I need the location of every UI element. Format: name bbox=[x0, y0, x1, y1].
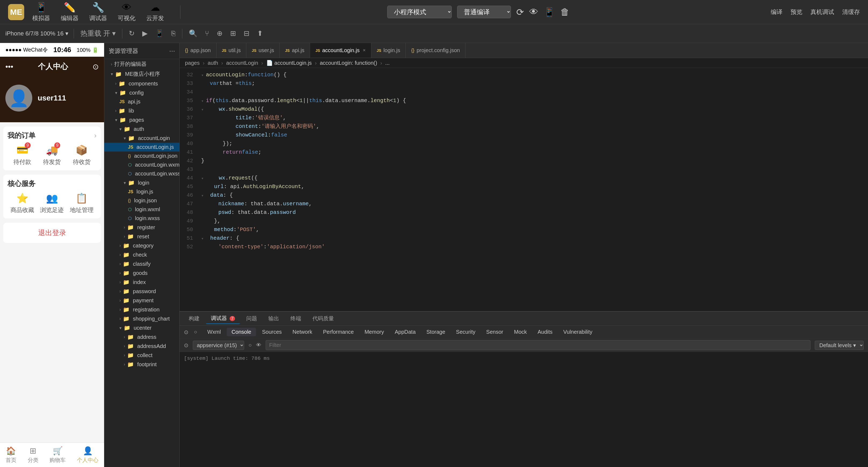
tree-login[interactable]: ▾ 📁 login bbox=[104, 178, 179, 187]
refresh-btn[interactable]: ↻ bbox=[128, 28, 136, 39]
phone-tab-profile[interactable]: 👤 个人中心 bbox=[77, 446, 98, 464]
phone-service-item-1[interactable]: 👥 浏览足迹 bbox=[40, 193, 64, 214]
translate-select[interactable]: 普通编译 自定义编译 bbox=[457, 6, 511, 18]
tree-pages[interactable]: ▾ 📁 pages bbox=[104, 115, 179, 124]
debug-main-tab-audits[interactable]: Audits bbox=[533, 328, 557, 336]
tree-accountlogin-json[interactable]: {} accountLogin.json bbox=[104, 152, 179, 160]
preview-btn[interactable]: 👁 bbox=[529, 7, 538, 17]
tree-goods[interactable]: › 📁 goods bbox=[104, 268, 179, 277]
translate-btn[interactable]: 编译 bbox=[771, 8, 782, 16]
tree-components[interactable]: › 📁 components bbox=[104, 79, 179, 88]
toolbar-editor[interactable]: ✏️ 编辑器 bbox=[61, 2, 79, 22]
project-root[interactable]: ▾ 📁 ME微店小程序 bbox=[104, 69, 179, 79]
compile-btn[interactable]: ⟳ bbox=[516, 7, 524, 18]
branch-btn[interactable]: ⑂ bbox=[204, 28, 210, 39]
tab-user-js[interactable]: JS user.js bbox=[246, 43, 280, 58]
phone-logout-btn[interactable]: 退出登录 bbox=[3, 223, 101, 243]
tree-accountlogin-wxml[interactable]: ⬡ accountLogin.wxml bbox=[104, 160, 179, 169]
clear-cache-right-btn[interactable]: 清缓存 bbox=[842, 8, 860, 16]
split-btn[interactable]: ⊟ bbox=[243, 28, 251, 39]
search-btn[interactable]: 🔍 bbox=[188, 28, 198, 39]
tree-register[interactable]: › 📁 register bbox=[104, 223, 179, 232]
tree-footprint[interactable]: › 📁 footprint bbox=[104, 360, 179, 369]
toolbar-debugger[interactable]: 🔧 调试器 bbox=[89, 2, 107, 22]
phone-tab-cart[interactable]: 🛒 购物车 bbox=[50, 446, 66, 464]
debug-level-select[interactable]: Default levels ▾ bbox=[815, 341, 864, 350]
preview-right-btn[interactable]: 预览 bbox=[790, 8, 802, 16]
phone-order-item-1[interactable]: 🚚 9 待发货 bbox=[43, 144, 61, 166]
merge-btn[interactable]: ⊕ bbox=[216, 28, 224, 39]
play-btn[interactable]: ▶ bbox=[141, 28, 149, 39]
tree-password[interactable]: › 📁 password bbox=[104, 287, 179, 296]
debug-toggle-icon[interactable]: ⊙ bbox=[184, 329, 188, 335]
tree-address-add[interactable]: › 📁 addressAdd bbox=[104, 341, 179, 351]
phone-orders-arrow[interactable]: › bbox=[94, 131, 96, 140]
tab-accountlogin-js[interactable]: JS accountLogin.js × bbox=[310, 43, 371, 58]
tree-accountlogin[interactable]: ▾ 📁 accountLogin bbox=[104, 134, 179, 143]
copy-btn[interactable]: ⎘ bbox=[170, 28, 177, 39]
appservice-select[interactable]: appservice (#15) bbox=[193, 341, 244, 350]
open-editors-section[interactable]: › 打开的编辑器 bbox=[104, 59, 179, 69]
explorer-more-btn[interactable]: ··· bbox=[169, 47, 175, 55]
debug-tab-output[interactable]: 输出 bbox=[264, 313, 284, 324]
tree-registration[interactable]: › 📁 registration bbox=[104, 305, 179, 314]
device-btn[interactable]: 📱 bbox=[154, 28, 165, 39]
debug-main-tab-appdata[interactable]: AppData bbox=[390, 328, 421, 336]
tree-category[interactable]: › 📁 category bbox=[104, 241, 179, 250]
mode-select[interactable]: 小程序模式 插件模式 bbox=[387, 6, 452, 18]
debug-main-tab-network[interactable]: Network bbox=[288, 328, 317, 336]
upload-btn[interactable]: ⬆ bbox=[256, 28, 264, 39]
device-info[interactable]: iPhone 6/7/8 100% 16 ▾ bbox=[5, 30, 68, 37]
real-debug-btn[interactable]: 真机调试 bbox=[810, 8, 834, 16]
tab-login-js[interactable]: JS login.js bbox=[371, 43, 406, 58]
device-debug-btn[interactable]: 📱 bbox=[544, 7, 555, 18]
phone-tab-home[interactable]: 🏠 首页 bbox=[6, 446, 17, 464]
tree-login-json[interactable]: {} login.json bbox=[104, 196, 179, 205]
debug-tab-build[interactable]: 构建 bbox=[184, 313, 204, 324]
debug-main-tab-memory[interactable]: Memory bbox=[360, 328, 389, 336]
tree-collect[interactable]: › 📁 collect bbox=[104, 351, 179, 360]
tree-reset[interactable]: › 📁 reset bbox=[104, 232, 179, 241]
debug-tab-terminal[interactable]: 终端 bbox=[285, 313, 306, 324]
tree-ucenter[interactable]: ▾ 📁 ucenter bbox=[104, 323, 179, 332]
tree-login-wxss[interactable]: ⬡ login.wxss bbox=[104, 214, 179, 223]
tab-api-js[interactable]: JS api.js bbox=[280, 43, 310, 58]
tree-login-wxml[interactable]: ⬡ login.wxml bbox=[104, 205, 179, 214]
code-lines[interactable]: ▾ accountLogin : function () { var that … bbox=[196, 68, 868, 311]
debug-main-tab-storage[interactable]: Storage bbox=[422, 328, 450, 336]
tree-index[interactable]: › 📁 index bbox=[104, 277, 179, 287]
phone-tab-category[interactable]: ⊞ 分类 bbox=[28, 446, 38, 464]
debug-main-tab-mock[interactable]: Mock bbox=[509, 328, 532, 336]
tree-auth[interactable]: ▾ 📁 auth bbox=[104, 124, 179, 134]
toolbar-visual[interactable]: 👁 可视化 bbox=[118, 2, 135, 22]
tree-address[interactable]: › 📁 address bbox=[104, 332, 179, 341]
debug-main-tab-security[interactable]: Security bbox=[451, 328, 480, 336]
debug-eye-icon[interactable]: 👁 bbox=[256, 342, 261, 348]
phone-service-item-2[interactable]: 📋 地址管理 bbox=[70, 193, 94, 214]
hotreload-btn[interactable]: 热重载 开 ▾ bbox=[79, 28, 117, 39]
tree-lib[interactable]: › 📁 lib bbox=[104, 106, 179, 115]
debug-circle-icon[interactable]: ○ bbox=[194, 329, 197, 335]
layout-btn[interactable]: ⊞ bbox=[229, 28, 237, 39]
debug-tab-quality[interactable]: 代码质量 bbox=[308, 313, 339, 324]
debug-main-tab-console[interactable]: Console bbox=[227, 328, 256, 336]
debug-tab-issues[interactable]: 问题 bbox=[242, 313, 262, 324]
debug-main-tab-performance[interactable]: Performance bbox=[318, 328, 359, 336]
debug-main-tab-sources[interactable]: Sources bbox=[257, 328, 286, 336]
phone-order-item-2[interactable]: 📦 待收货 bbox=[73, 144, 91, 166]
phone-service-item-0[interactable]: ⭐ 商品收藏 bbox=[10, 193, 34, 214]
debug-filter-input[interactable] bbox=[266, 340, 810, 350]
tree-payment[interactable]: › 📁 payment bbox=[104, 296, 179, 305]
toolbar-cloud[interactable]: ☁ 云开发 bbox=[146, 2, 164, 22]
tree-check[interactable]: › 📁 check bbox=[104, 250, 179, 259]
tree-api-js[interactable]: JS api.js bbox=[104, 97, 179, 106]
code-content[interactable]: 32 33 34 35 36 37 38 39 40 41 42 43 44 4… bbox=[180, 68, 868, 311]
tree-accountlogin-js[interactable]: JS accountLogin.js bbox=[104, 143, 179, 152]
tab-app-json[interactable]: {} app.json bbox=[180, 43, 216, 58]
phone-order-item-0[interactable]: 💳 9 待付款 bbox=[13, 144, 31, 166]
tree-config[interactable]: ▾ 📁 config bbox=[104, 88, 179, 97]
debug-main-tab-wxml[interactable]: Wxml bbox=[203, 328, 226, 336]
debug-tab-debugger[interactable]: 调试器 7 bbox=[206, 313, 240, 324]
tab-project-config[interactable]: {} project.config.json bbox=[406, 43, 465, 58]
clear-cache-btn[interactable]: 🗑 bbox=[560, 7, 569, 17]
